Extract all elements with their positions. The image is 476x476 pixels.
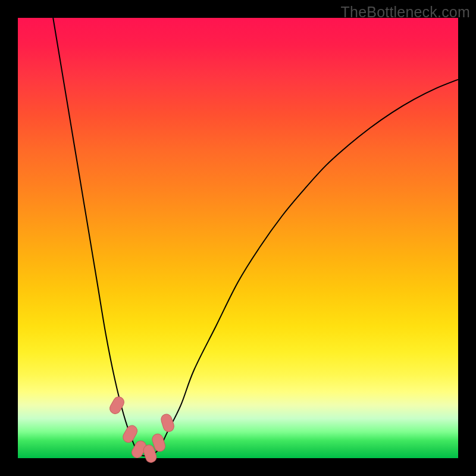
- marker-group: [108, 395, 176, 464]
- curve-marker: [159, 413, 175, 433]
- watermark-text: TheBottleneck.com: [341, 4, 470, 21]
- curve-marker: [121, 424, 139, 444]
- bottleneck-curve: [53, 18, 458, 456]
- plot-area: [18, 18, 458, 458]
- chart-frame: TheBottleneck.com: [0, 0, 476, 476]
- curve-layer: [18, 18, 458, 458]
